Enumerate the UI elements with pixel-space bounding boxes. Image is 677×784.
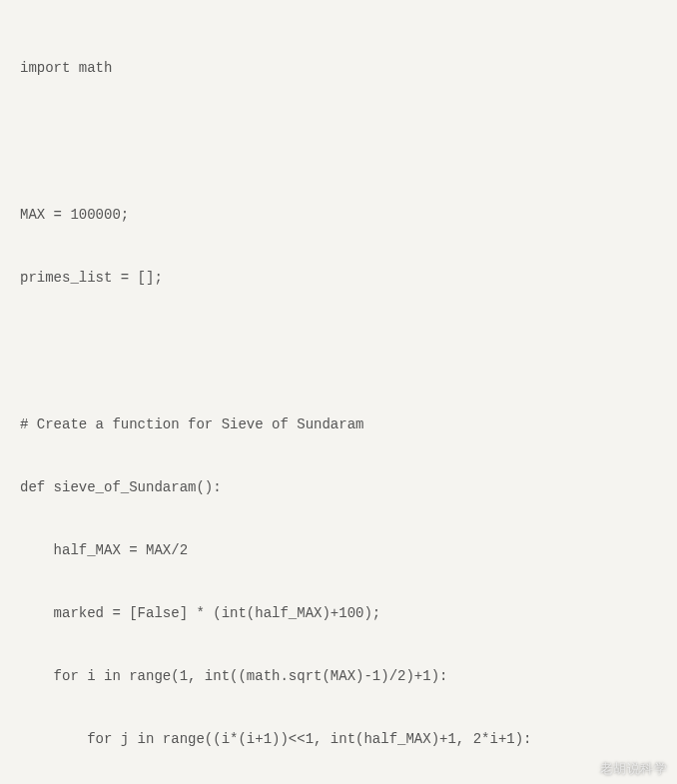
code-line: marked = [False] * (int(half_MAX)+100);	[20, 603, 657, 624]
code-line: for j in range((i*(i+1))<<1, int(half_MA…	[20, 729, 657, 750]
code-line: def sieve_of_Sundaram():	[20, 477, 657, 498]
code-line: import math	[20, 58, 657, 79]
code-line: half_MAX = MAX/2	[20, 540, 657, 561]
watermark-text: 老胡说科学	[600, 759, 668, 779]
code-line: primes_list = [];	[20, 268, 657, 289]
code-block: import math MAX = 100000; primes_list = …	[0, 0, 677, 784]
code-line: for i in range(1, int((math.sqrt(MAX)-1)…	[20, 666, 657, 687]
code-line: MAX = 100000;	[20, 205, 657, 226]
code-line: # Create a function for Sieve of Sundara…	[20, 414, 657, 435]
